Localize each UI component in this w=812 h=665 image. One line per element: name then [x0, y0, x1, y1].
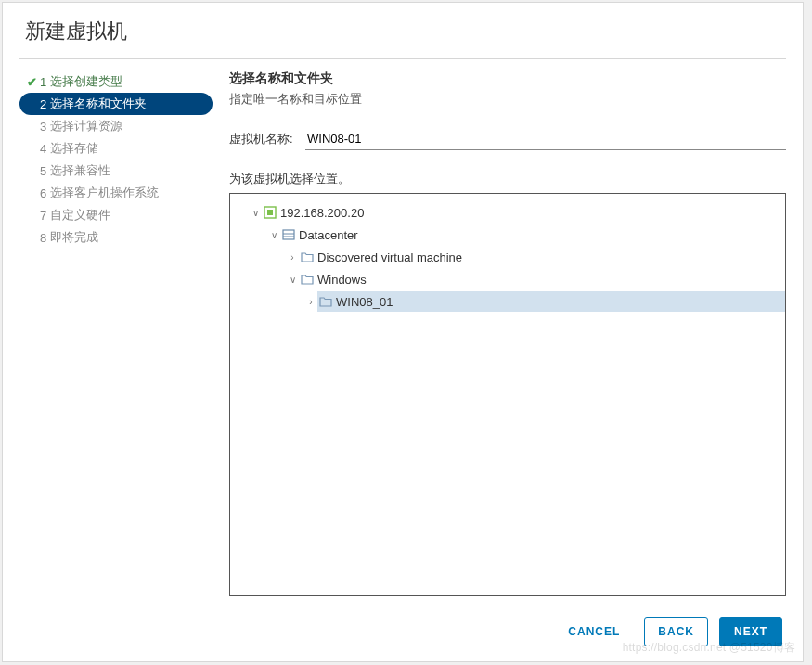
vm-name-row: 虚拟机名称: [229, 128, 786, 150]
tree-node-folder-discovered[interactable]: › Discovered virtual machine [230, 246, 785, 268]
tree-node-label: Datacenter [299, 228, 358, 242]
step-label: 选择客户机操作系统 [50, 185, 159, 201]
dialog-footer: CANCEL BACK NEXT [3, 607, 803, 661]
svg-rect-2 [283, 230, 294, 239]
section-title: 选择名称和文件夹 [229, 67, 786, 87]
vcenter-icon [262, 206, 278, 219]
folder-icon [299, 274, 316, 285]
step-label: 即将完成 [50, 229, 98, 246]
expander-icon[interactable]: ∨ [286, 275, 299, 285]
tree-node-label: WIN08_01 [336, 295, 393, 309]
tree-node-folder-win08_01[interactable]: › WIN08_01 [230, 290, 785, 313]
step-5[interactable]: ✔ 5 选择兼容性 [19, 160, 213, 182]
check-icon: ✔ [27, 75, 40, 89]
new-vm-dialog: 新建虚拟机 ✔ 1 选择创建类型 ✔ 2 选择名称和文件夹 ✔ 3 选择计算资源… [2, 2, 804, 662]
step-number: 3 [40, 120, 46, 134]
tree-node-label: Windows [317, 273, 367, 287]
section-subtitle: 指定唯一名称和目标位置 [229, 91, 786, 108]
step-4[interactable]: ✔ 4 选择存储 [19, 137, 213, 160]
content-panel: 选择名称和文件夹 指定唯一名称和目标位置 虚拟机名称: 为该虚拟机选择位置。 ∨ [213, 67, 786, 607]
folder-icon [299, 251, 316, 262]
svg-rect-1 [267, 210, 273, 215]
step-label: 选择兼容性 [50, 162, 110, 179]
step-label: 选择名称和文件夹 [50, 96, 147, 112]
expander-icon[interactable]: › [286, 252, 299, 262]
step-8[interactable]: ✔ 8 即将完成 [19, 226, 213, 249]
step-1[interactable]: ✔ 1 选择创建类型 [19, 70, 213, 93]
datacenter-icon [280, 228, 297, 241]
dialog-body: ✔ 1 选择创建类型 ✔ 2 选择名称和文件夹 ✔ 3 选择计算资源 ✔ 4 选… [3, 59, 803, 607]
step-7[interactable]: ✔ 7 自定义硬件 [19, 204, 213, 226]
step-label: 选择计算资源 [50, 118, 122, 134]
step-3[interactable]: ✔ 3 选择计算资源 [19, 115, 213, 137]
location-tree[interactable]: ∨ 192.168.200.20 ∨ [229, 193, 786, 596]
tree-node-folder-windows[interactable]: ∨ Windows [230, 268, 785, 290]
expander-icon[interactable]: › [304, 297, 317, 307]
step-6[interactable]: ✔ 6 选择客户机操作系统 [19, 182, 213, 204]
step-number: 8 [40, 231, 46, 245]
folder-icon [317, 296, 334, 307]
step-2[interactable]: ✔ 2 选择名称和文件夹 [19, 93, 213, 115]
vm-name-input[interactable] [305, 128, 786, 150]
cancel-button[interactable]: CANCEL [555, 617, 633, 646]
tree-node-label: Discovered virtual machine [317, 250, 462, 264]
step-label: 自定义硬件 [50, 207, 110, 224]
step-number: 5 [40, 164, 46, 178]
step-number: 2 [40, 97, 46, 111]
next-button[interactable]: NEXT [719, 617, 782, 646]
tree-node-vcenter[interactable]: ∨ 192.168.200.20 [230, 201, 785, 224]
wizard-steps: ✔ 1 选择创建类型 ✔ 2 选择名称和文件夹 ✔ 3 选择计算资源 ✔ 4 选… [19, 67, 213, 607]
back-button[interactable]: BACK [644, 617, 708, 646]
step-number: 6 [40, 186, 46, 200]
step-label: 选择存储 [50, 140, 98, 157]
step-number: 4 [40, 142, 46, 156]
step-number: 7 [40, 209, 46, 223]
step-label: 选择创建类型 [50, 73, 122, 90]
expander-icon[interactable]: ∨ [249, 208, 262, 218]
tree-caption: 为该虚拟机选择位置。 [229, 171, 786, 187]
dialog-title: 新建虚拟机 [3, 3, 803, 58]
expander-icon[interactable]: ∨ [267, 230, 280, 240]
step-number: 1 [40, 75, 46, 89]
tree-node-label: 192.168.200.20 [280, 206, 364, 220]
vm-name-label: 虚拟机名称: [229, 131, 305, 147]
tree-node-datacenter[interactable]: ∨ Datacenter [230, 224, 785, 246]
